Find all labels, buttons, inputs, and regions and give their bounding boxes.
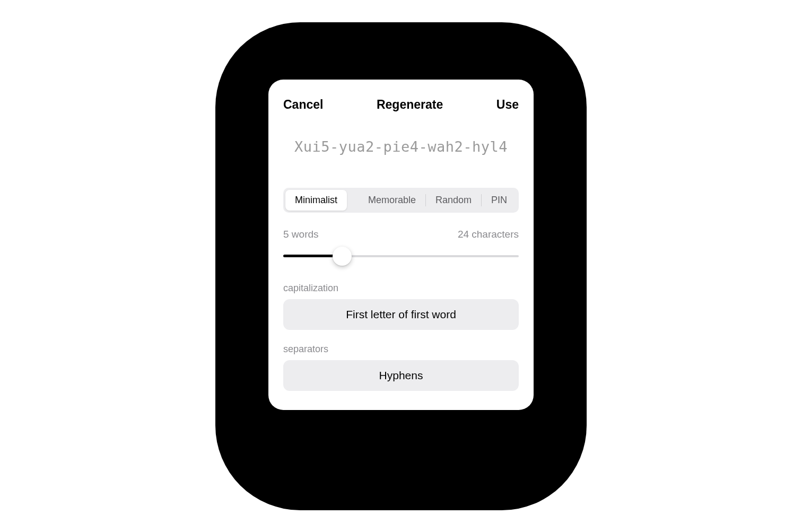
password-type-segmented-control: Minimalist Memorable Random PIN (283, 188, 519, 213)
segment-minimalist[interactable]: Minimalist (285, 190, 347, 211)
slider-right-label: 24 characters (458, 229, 519, 240)
slider-labels: 5 words 24 characters (283, 229, 519, 240)
slider-thumb[interactable] (333, 247, 352, 266)
cancel-button[interactable]: Cancel (283, 98, 323, 112)
length-slider[interactable] (283, 246, 519, 267)
segment-spacer (347, 190, 359, 211)
password-generator-card: Cancel Regenerate Use Xui5-yua2-pie4-wah… (268, 80, 534, 410)
slider-left-label: 5 words (283, 229, 319, 240)
generated-password: Xui5-yua2-pie4-wah2-hyl4 (283, 136, 519, 157)
header-row: Cancel Regenerate Use (283, 98, 519, 112)
capitalization-label: capitalization (283, 283, 519, 294)
capitalization-selector[interactable]: First letter of first word (283, 299, 519, 330)
segment-pin[interactable]: PIN (482, 190, 517, 211)
separators-selector[interactable]: Hyphens (283, 360, 519, 391)
segment-random[interactable]: Random (426, 190, 481, 211)
segment-memorable[interactable]: Memorable (359, 190, 425, 211)
use-button[interactable]: Use (496, 98, 519, 112)
regenerate-button[interactable]: Regenerate (377, 98, 443, 112)
separators-label: separators (283, 344, 519, 355)
